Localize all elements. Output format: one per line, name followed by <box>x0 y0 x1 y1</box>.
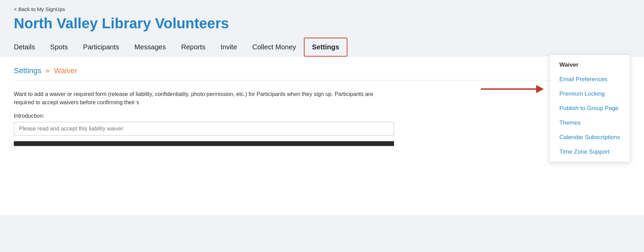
dropdown-item-time-zone-support[interactable]: Time Zone Support <box>550 145 630 159</box>
dropdown-item-publish-to-group-page[interactable]: Publish to Group Page <box>550 101 630 116</box>
content-body: Want to add a waiver or required form (r… <box>14 87 630 146</box>
navigation-bar: DetailsSpotsParticipantsMessagesReportsI… <box>0 38 644 57</box>
dropdown-item-waiver[interactable]: Waiver <box>550 58 630 72</box>
nav-item-invite[interactable]: Invite <box>213 38 245 56</box>
nav-item-collect-money[interactable]: Collect Money <box>245 38 304 56</box>
dropdown-item-email-preferences[interactable]: Email Preferences <box>550 72 630 87</box>
dark-bar <box>14 141 394 146</box>
intro-input[interactable] <box>14 122 394 136</box>
settings-dropdown: WaiverEmail PreferencesPremium LockingPu… <box>549 55 630 162</box>
breadcrumb: Settings » Waiver <box>14 66 630 80</box>
intro-label: Introduction: <box>14 113 630 119</box>
breadcrumb-current: Waiver <box>54 66 77 75</box>
page-title: North Valley Library Volunteers <box>14 16 630 38</box>
dropdown-item-themes[interactable]: Themes <box>550 116 630 130</box>
nav-item-spots[interactable]: Spots <box>43 38 75 56</box>
main-content: Settings » Waiver Want to add a waiver o… <box>0 57 644 215</box>
breadcrumb-settings[interactable]: Settings <box>14 66 41 75</box>
dropdown-item-calendar-subscriptions[interactable]: Calendar Subscriptions <box>550 130 630 145</box>
dropdown-item-premium-locking[interactable]: Premium Locking <box>550 87 630 101</box>
breadcrumb-separator: » <box>46 66 50 75</box>
description-text: Want to add a waiver or required form (r… <box>14 90 394 107</box>
nav-item-details[interactable]: Details <box>14 38 43 56</box>
back-link[interactable]: < Back to My SignUps <box>14 6 65 12</box>
nav-item-participants[interactable]: Participants <box>75 38 127 56</box>
nav-item-messages[interactable]: Messages <box>127 38 174 56</box>
nav-item-settings[interactable]: Settings <box>304 38 348 57</box>
nav-item-reports[interactable]: Reports <box>174 38 213 56</box>
